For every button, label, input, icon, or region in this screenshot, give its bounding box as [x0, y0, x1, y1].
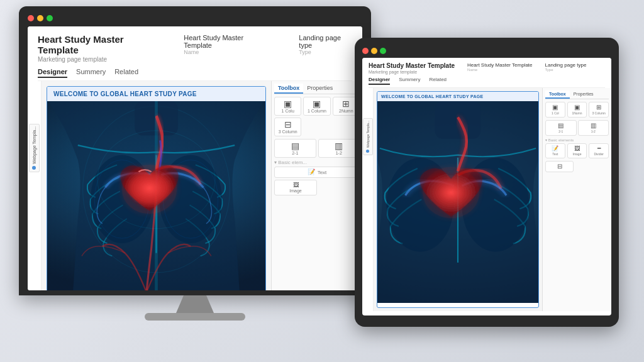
layout-1col[interactable]: ▣ 1 Colu: [274, 97, 301, 116]
layout-grid: ▣ 1 Colu ▣ 1 Column ⊞ 2Numn ⊟: [274, 97, 360, 136]
tablet-app-subtitle: Marketing page template: [369, 70, 455, 74]
traffic-light-yellow[interactable]: [37, 15, 43, 21]
tablet-layout-3[interactable]: ⊞3 Column: [589, 102, 609, 118]
layout-1column-label: 1 Column: [308, 109, 326, 113]
tab-summery[interactable]: Summery: [76, 68, 106, 78]
layout-2-1-icon: ▤: [291, 141, 299, 150]
layout-2-1[interactable]: ▤ 2-1: [274, 139, 316, 158]
tablet-layout-21[interactable]: ▤2-1: [545, 120, 577, 136]
tablet-l2-icon: ▣: [574, 104, 580, 111]
tablet-more-icon: ⊟: [557, 163, 562, 170]
tablet-basic-grid: 📝Text 🖼Image ━Divider: [545, 143, 609, 158]
tablet-app-main: Webpage Templa... WELCOME TO GLOBAL HEAR…: [362, 88, 611, 311]
layout-1-2[interactable]: ▥ 1-2: [318, 139, 360, 158]
tablet-sidebar-item[interactable]: Webpage Templa...: [363, 118, 373, 155]
monitor-screen: Heart Study Master Template Marketing pa…: [28, 26, 362, 290]
layout-3col-label: 3 Column: [279, 129, 297, 134]
tablet-l1-lbl: 1 Col: [552, 111, 559, 115]
image-label: Image: [289, 189, 301, 193]
tablet-toolbox-tabs: Toolbox Properties: [545, 90, 609, 99]
toolbox-tab-properties[interactable]: Properties: [303, 84, 336, 94]
svg-rect-13: [435, 101, 481, 139]
layout-2numn-icon: ⊞: [342, 99, 350, 108]
tablet-tl-red[interactable]: [362, 48, 369, 54]
monitor-stand-base: [145, 313, 245, 321]
tablet-text-icon: 📝: [552, 146, 558, 151]
layout-1column-icon: ▣: [313, 99, 321, 108]
tablet-divider-lbl: Divider: [594, 152, 604, 156]
layout-1-2-label: 1-2: [336, 151, 342, 155]
tablet-canvas-box: WELCOME TO GLOBAL HEART STUDY PAGE: [377, 91, 539, 308]
app-main: Webpage Templa... WELCOME TO GLOBAL HEAR…: [28, 81, 362, 290]
tablet-21-lbl: 2-1: [558, 129, 563, 133]
canvas-area: WELCOME TO GLOBAL HEART STUDY PAGE: [42, 81, 271, 290]
tablet-screen: Heart Study Master Template Marketing pa…: [362, 58, 611, 315]
tablet-app-title: Heart Study Master Template: [369, 62, 455, 69]
monitor-stand-neck: [176, 295, 214, 313]
text-label: Text: [318, 170, 327, 175]
tablet-more-item[interactable]: ⊟: [545, 161, 574, 172]
tablet-canvas-heading: WELCOME TO GLOBAL HEART STUDY PAGE: [377, 92, 538, 101]
tablet-layout-12[interactable]: ▥1-2: [578, 120, 609, 136]
meta-type-label: Type: [299, 49, 352, 55]
tablet-toolbox-panel: Toolbox Properties ▣1 Col ▣1Numn ⊞3 Colu…: [542, 88, 611, 311]
tablet-canvas-area: WELCOME TO GLOBAL HEART STUDY PAGE: [374, 88, 542, 311]
tablet-properties-tab[interactable]: Properties: [570, 90, 597, 99]
tablet-l3-icon: ⊞: [596, 104, 601, 111]
tablet-basic-label: ▾ Basic elements: [545, 138, 609, 142]
tablet-app-tabs: Designer Summery Related: [369, 77, 605, 88]
chevron-down-icon: ▾: [274, 160, 277, 165]
image-element[interactable]: 🖼 Image: [274, 180, 317, 195]
tablet-image[interactable]: 🖼Image: [567, 143, 587, 158]
tablet-l1-icon: ▣: [552, 104, 558, 111]
app-subtitle: Marketing page template: [38, 56, 158, 63]
basic-elements-label: ▾ Basic elem...: [274, 160, 360, 165]
tablet-layout-grid: ▣1 Col ▣1Numn ⊞3 Column: [545, 102, 609, 118]
app-tabs: Designer Summery Related: [38, 68, 352, 81]
toolbox-tab-toolbox[interactable]: Toolbox: [274, 84, 303, 94]
tablet-traffic-lights: [362, 48, 611, 54]
tablet-12-lbl: 1-2: [591, 129, 596, 133]
canvas-heading: WELCOME TO GLOBAL HEART STUDY PAGE: [47, 87, 265, 101]
tablet-tab-summery[interactable]: Summery: [399, 77, 420, 85]
toolbox-tabs: Toolbox Properties: [274, 84, 360, 94]
tablet-meta-type-label: Type: [545, 68, 587, 72]
meta-type-value: Landing page type: [299, 34, 352, 49]
traffic-light-red[interactable]: [28, 15, 34, 21]
tablet-toolbox-tab[interactable]: Toolbox: [545, 90, 570, 99]
tab-related[interactable]: Related: [114, 68, 138, 78]
app-sidebar: Webpage Templa...: [28, 81, 42, 290]
tablet-sidebar-circle: [366, 150, 369, 153]
tablet-image-icon: 🖼: [574, 146, 580, 151]
layout-3col[interactable]: ⊟ 3 Column: [274, 118, 301, 136]
layout-3col-icon: ⊟: [284, 120, 292, 129]
layout-1-2-icon: ▥: [335, 141, 343, 150]
text-icon: 📝: [308, 169, 315, 175]
tablet-l2-lbl: 1Numn: [572, 111, 582, 115]
layout-2numn-label: 2Numn: [339, 109, 353, 113]
tablet-layout-1[interactable]: ▣1 Col: [545, 102, 565, 118]
tablet-tl-green[interactable]: [380, 48, 386, 54]
layout-1col-icon: ▣: [284, 99, 292, 108]
app-header: Heart Study Master Template Marketing pa…: [28, 26, 362, 81]
sidebar-item-webpage[interactable]: Webpage Templa...: [29, 124, 40, 172]
tablet-meta-name-value: Heart Study Master Template: [467, 62, 532, 68]
canvas-image: [47, 101, 265, 290]
text-element[interactable]: 📝 Text: [274, 167, 360, 178]
traffic-light-green[interactable]: [47, 15, 53, 21]
tablet-meta-type-value: Landing page type: [545, 62, 587, 68]
layout-1column[interactable]: ▣ 1 Column: [303, 97, 330, 116]
monitor: Heart Study Master Template Marketing pa…: [19, 6, 371, 333]
image-icon: 🖼: [293, 182, 299, 188]
tablet-image-lbl: Image: [573, 152, 582, 156]
tablet-sidebar-label: Webpage Templa...: [366, 121, 370, 148]
app-title: Heart Study Master Template: [38, 34, 158, 55]
tab-designer[interactable]: Designer: [38, 68, 67, 78]
tablet-tl-yellow[interactable]: [371, 48, 377, 54]
tablet-layout-2[interactable]: ▣1Numn: [567, 102, 587, 118]
tablet-divider[interactable]: ━Divider: [589, 143, 609, 158]
tablet-text[interactable]: 📝Text: [545, 143, 565, 158]
tablet-app-header: Heart Study Master Template Marketing pa…: [362, 58, 611, 88]
tablet-tab-related[interactable]: Related: [429, 77, 447, 85]
tablet-tab-designer[interactable]: Designer: [369, 77, 390, 85]
